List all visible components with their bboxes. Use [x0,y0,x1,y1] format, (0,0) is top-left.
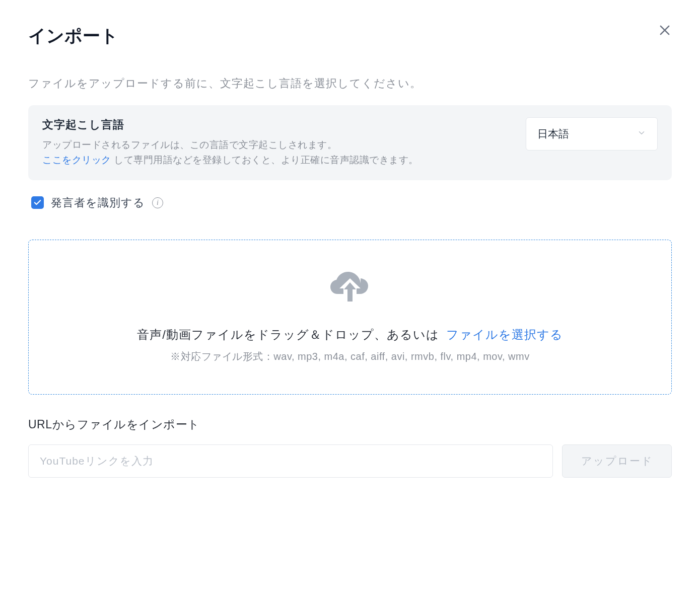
supported-formats: ※対応ファイル形式：wav, mp3, m4a, caf, aiff, avi,… [170,350,529,363]
file-select-link[interactable]: ファイルを選択する [446,328,563,341]
file-dropzone[interactable]: 音声/動画ファイルをドラッグ＆ドロップ、あるいは ファイルを選択する ※対応ファ… [28,240,672,395]
transcription-language-card: 文字起こし言語 アップロードされるファイルは、この言語で文字起こしされます。 こ… [28,105,672,180]
speaker-identification-checkbox[interactable] [31,196,44,209]
svg-rect-2 [347,287,353,302]
svg-marker-3 [344,282,356,289]
register-terms-link[interactable]: ここをクリック [42,155,111,165]
speaker-identification-row: 発言者を識別する i [28,195,672,210]
upload-button[interactable]: アップロード [562,444,672,478]
check-icon [33,198,42,207]
chevron-down-icon [637,128,646,140]
modal-title: インポート [28,24,672,48]
language-description-block: 文字起こし言語 アップロードされるファイルは、この言語で文字起こしされます。 こ… [42,117,510,168]
import-modal: インポート ファイルをアップロードする前に、文字起こし言語を選択してください。 … [0,0,700,602]
close-button[interactable] [656,21,674,39]
info-icon[interactable]: i [152,197,163,208]
language-select[interactable]: 日本語 [526,117,658,150]
dropzone-text: 音声/動画ファイルをドラッグ＆ドロップ、あるいは ファイルを選択する [137,327,563,343]
dropzone-main-text: 音声/動画ファイルをドラッグ＆ドロップ、あるいは [137,328,443,341]
language-desc-line1: アップロードされるファイルは、この言語で文字起こしされます。 [42,139,337,150]
modal-subtitle: ファイルをアップロードする前に、文字起こし言語を選択してください。 [28,76,672,91]
language-desc-line2: して専門用語などを登録しておくと、より正確に音声認識できます。 [111,155,418,165]
youtube-url-input[interactable] [28,444,553,478]
url-import-row: アップロード [28,444,672,478]
cloud-upload-icon [330,270,370,306]
speaker-identification-label: 発言者を識別する [51,195,145,210]
language-description: アップロードされるファイルは、この言語で文字起こしされます。 ここをクリック し… [42,137,510,168]
language-select-value: 日本語 [537,127,569,141]
url-import-label: URLからファイルをインポート [28,417,672,432]
close-icon [658,23,672,37]
language-heading: 文字起こし言語 [42,117,510,132]
